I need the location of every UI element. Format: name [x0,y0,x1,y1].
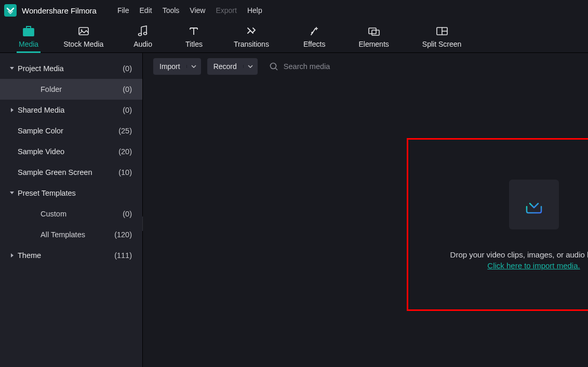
import-icon-tile[interactable] [509,180,559,229]
svg-point-3 [139,33,142,35]
workspace: Project Media(0)Folder(0)Shared Media(0)… [0,53,588,367]
chevron-down-icon [186,65,201,68]
menu-export: Export [216,6,236,15]
menu-view[interactable]: View [190,6,205,15]
tree-all-templates[interactable]: All Templates(120) [0,224,142,245]
chevron-down-icon [243,65,258,68]
drop-message: Drop your video clips, images, or audio … [450,250,588,259]
record-dropdown[interactable]: Record [207,58,258,75]
tree-preset-templates[interactable]: Preset Templates [0,183,142,203]
import-label: Import [153,62,186,71]
transitions-icon [246,24,257,38]
tree-theme[interactable]: Theme(111) [0,245,142,266]
search-input[interactable] [284,62,581,71]
tree-custom[interactable]: Custom(0) [0,203,142,224]
import-dropdown[interactable]: Import [153,58,201,75]
svg-point-4 [144,32,147,34]
tree-sample-color[interactable]: Sample Color(25) [0,120,142,141]
tab-stock-media[interactable]: Stock Media [56,20,111,52]
svg-rect-0 [23,29,34,36]
menu-file[interactable]: File [117,6,129,15]
tree-folder[interactable]: Folder(0) [0,79,142,100]
tab-split-screen[interactable]: Split Screen [415,20,469,52]
content-panel: Import Record Drop your vide [143,53,588,367]
expand-arrow-icon [0,107,18,113]
menu-bar: FileEditToolsViewExportHelp [117,6,262,15]
drop-zone[interactable]: Drop your video clips, images, or audio … [407,138,588,311]
tree-project-media[interactable]: Project Media(0) [0,58,142,79]
import-media-link[interactable]: Click here to import media. [487,261,580,270]
expand-arrow-icon [0,66,18,71]
tab-audio[interactable]: Audio [126,20,159,52]
app-title: Wondershare Filmora [22,6,97,15]
elements-icon [368,24,380,38]
search-field[interactable] [264,58,581,75]
menu-help[interactable]: Help [247,6,262,15]
tool-tabs: MediaStock MediaAudioTitlesTransitionsEf… [0,21,588,53]
download-icon [523,193,545,216]
titlebar: Wondershare Filmora FileEditToolsViewExp… [0,0,588,21]
expand-arrow-icon [0,191,18,195]
titles-icon [189,24,199,38]
menu-edit[interactable]: Edit [140,6,152,15]
tab-effects[interactable]: Effects [296,20,333,52]
tab-media[interactable]: Media [11,20,46,52]
audio-icon [138,24,148,38]
effects-icon [309,24,319,38]
content-toolbar: Import Record [143,53,588,76]
menu-tools[interactable]: Tools [163,6,180,15]
tab-transitions[interactable]: Transitions [226,20,276,52]
media-tree: Project Media(0)Folder(0)Shared Media(0)… [0,53,142,266]
tree-sample-green-screen[interactable]: Sample Green Screen(10) [0,162,142,183]
svg-point-10 [270,63,276,69]
tab-elements[interactable]: Elements [351,20,396,52]
split-icon [436,24,448,38]
search-icon [269,62,278,71]
svg-rect-5 [369,28,376,34]
media-icon [23,24,34,38]
tree-sample-video[interactable]: Sample Video(20) [0,141,142,162]
expand-arrow-icon [0,253,18,258]
tree-shared-media[interactable]: Shared Media(0) [0,100,142,120]
record-label: Record [207,62,243,71]
app-logo [4,4,17,17]
svg-line-11 [275,69,277,71]
stock-icon [78,24,89,38]
sidebar: Project Media(0)Folder(0)Shared Media(0)… [0,53,143,367]
tab-titles[interactable]: Titles [178,20,210,52]
svg-rect-6 [372,30,379,35]
